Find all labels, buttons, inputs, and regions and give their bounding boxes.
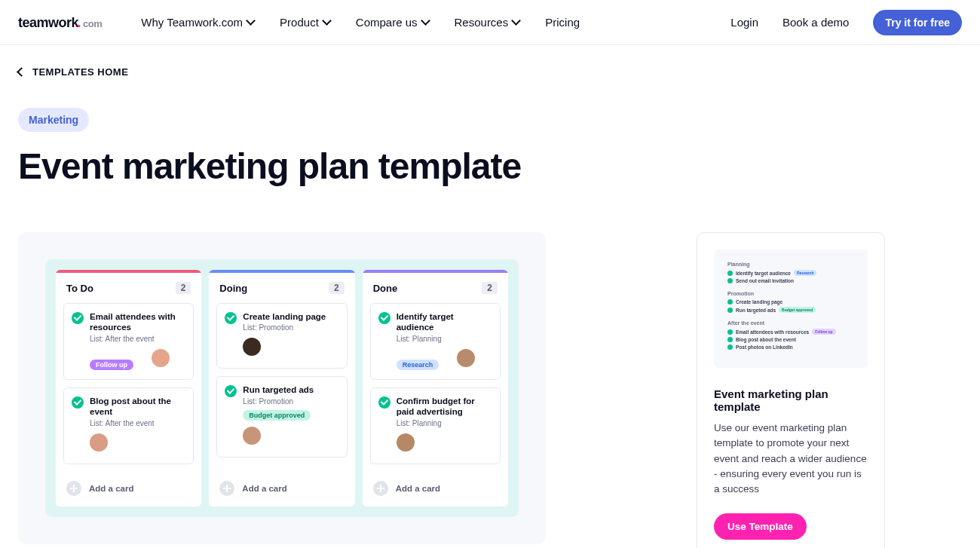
- nav-item-compare-us[interactable]: Compare us: [356, 16, 429, 29]
- avatar: [152, 349, 170, 367]
- thumb-row-text: Post photos on LinkedIn: [736, 344, 793, 350]
- logo[interactable]: teamwork.com: [18, 14, 102, 31]
- thumb-row: Email attendees with resourcesFollow up: [727, 329, 854, 335]
- thumb-preview: PlanningIdentify target audienceResearch…: [714, 250, 868, 368]
- logo-text: teamwork: [18, 15, 78, 31]
- avatar: [457, 349, 475, 367]
- card-title: Create landing page: [243, 311, 326, 322]
- card-tag: Budget approved: [243, 410, 311, 421]
- card-title: Email attendees with resources: [90, 311, 185, 333]
- nav-item-pricing[interactable]: Pricing: [545, 16, 580, 29]
- column-count: 2: [176, 282, 191, 294]
- breadcrumb-label: TEMPLATES HOME: [32, 66, 128, 78]
- card-title: Run targeted ads: [243, 384, 314, 395]
- card-title: Blog post about the event: [90, 396, 185, 418]
- avatar: [243, 427, 261, 445]
- thumb-row: Identify target audienceResearch: [727, 270, 854, 276]
- card-title: Confirm budget for paid advertising: [397, 396, 492, 418]
- check-icon: [727, 344, 733, 350]
- plus-icon: [66, 481, 81, 496]
- add-card-button[interactable]: Add a card: [209, 470, 354, 507]
- thumb-row: Blog post about the event: [727, 337, 854, 342]
- side-desc: Use our event marketing plan template to…: [714, 421, 868, 497]
- board-column: To Do2Email attendees with resourcesList…: [56, 270, 201, 507]
- logo-dot: .: [77, 14, 81, 31]
- add-card-button[interactable]: Add a card: [363, 470, 508, 507]
- nav-links: Why Teamwork.comProductCompare usResourc…: [141, 16, 580, 29]
- category-pill[interactable]: Marketing: [18, 108, 89, 132]
- add-card-button[interactable]: Add a card: [56, 470, 201, 507]
- column-header: To Do2: [56, 273, 201, 303]
- card[interactable]: Blog post about the eventList: After the…: [63, 387, 194, 464]
- check-icon: [727, 299, 733, 305]
- nav-item-label: Why Teamwork.com: [141, 16, 243, 29]
- thumb-section-label: After the event: [727, 320, 854, 326]
- card-list: List: Planning: [397, 419, 492, 427]
- card-title: Identify target audience: [397, 311, 492, 333]
- card[interactable]: Email attendees with resourcesList: Afte…: [63, 303, 194, 380]
- book-demo-link[interactable]: Book a demo: [782, 16, 849, 29]
- plus-icon: [219, 481, 234, 496]
- card-list: List: Promotion: [243, 397, 314, 406]
- thumb-section-label: Planning: [727, 262, 854, 267]
- check-icon: [727, 271, 733, 276]
- thumb-tag: Research: [794, 270, 817, 276]
- cards-list: Email attendees with resourcesList: Afte…: [56, 303, 201, 470]
- nav-right: Login Book a demo Try it for free: [730, 10, 962, 35]
- nav-item-label: Resources: [455, 16, 509, 29]
- breadcrumb[interactable]: TEMPLATES HOME: [18, 66, 962, 78]
- card[interactable]: Create landing pageList: Promotion: [216, 303, 347, 369]
- side-card: PlanningIdentify target audienceResearch…: [697, 232, 885, 548]
- column-count: 2: [329, 282, 345, 294]
- add-card-label: Add a card: [396, 484, 440, 493]
- nav-item-resources[interactable]: Resources: [455, 16, 520, 29]
- card[interactable]: Run targeted adsList: PromotionBudget ap…: [216, 376, 347, 457]
- column-count: 2: [482, 282, 498, 294]
- thumb-row: Send out email invitation: [727, 278, 854, 283]
- check-icon: [378, 396, 390, 409]
- avatar: [397, 433, 415, 452]
- card[interactable]: Confirm budget for paid advertisingList:…: [370, 387, 501, 464]
- page-title: Event marketing plan template: [18, 145, 962, 187]
- card-list: List: Planning: [397, 335, 492, 343]
- thumb-row: Create landing page: [727, 299, 854, 305]
- nav-item-label: Pricing: [545, 16, 580, 29]
- add-card-label: Add a card: [89, 484, 133, 493]
- thumb-row-text: Email attendees with resources: [736, 329, 809, 335]
- thumb-tag: Follow up: [812, 329, 835, 335]
- chevron-down-icon: [511, 16, 521, 26]
- board-column: Done2Identify target audienceList: Plann…: [363, 270, 508, 507]
- check-icon: [727, 278, 733, 283]
- thumb-row: Post photos on LinkedIn: [727, 344, 854, 350]
- thumb-tag: Budget approved: [779, 307, 816, 313]
- thumb-row-text: Create landing page: [736, 299, 782, 305]
- nav-item-why-teamwork-com[interactable]: Why Teamwork.com: [141, 16, 254, 29]
- card-list: List: After the event: [90, 335, 185, 343]
- column-title: To Do: [66, 283, 93, 294]
- logo-com: com: [83, 18, 102, 29]
- check-icon: [225, 385, 237, 397]
- nav-item-product[interactable]: Product: [280, 16, 330, 29]
- board-preview: To Do2Email attendees with resourcesList…: [18, 232, 546, 544]
- check-icon: [72, 312, 84, 324]
- cards-list: Identify target audienceList: PlanningRe…: [363, 303, 508, 470]
- column-title: Doing: [219, 283, 247, 294]
- card[interactable]: Identify target audienceList: PlanningRe…: [370, 303, 501, 380]
- thumb-row: Run targeted adsBudget approved: [727, 307, 854, 313]
- thumb-section: PromotionCreate landing pageRun targeted…: [727, 291, 854, 313]
- plus-icon: [373, 481, 388, 496]
- thumb-row-text: Send out email invitation: [736, 278, 794, 283]
- thumb-section: PlanningIdentify target audienceResearch…: [727, 262, 854, 283]
- thumb-section-label: Promotion: [727, 291, 854, 296]
- use-template-button[interactable]: Use Template: [714, 513, 807, 540]
- avatar: [90, 433, 108, 452]
- thumb-row-text: Run targeted ads: [736, 308, 776, 313]
- column-title: Done: [373, 283, 398, 294]
- check-icon: [727, 337, 733, 342]
- try-free-button[interactable]: Try it for free: [873, 10, 962, 35]
- nav-item-label: Compare us: [356, 16, 418, 29]
- check-icon: [72, 396, 84, 409]
- login-link[interactable]: Login: [730, 16, 758, 29]
- thumb-row-text: Blog post about the event: [736, 337, 796, 342]
- thumb-section: After the eventEmail attendees with reso…: [727, 320, 854, 350]
